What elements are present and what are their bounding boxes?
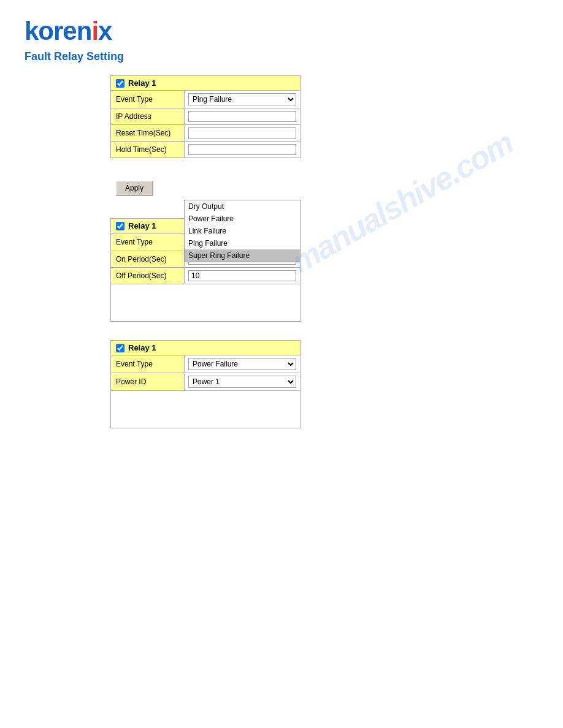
panel3-power-id-select[interactable]: Power 1 xyxy=(188,376,296,388)
panel1-header-label: Relay 1 xyxy=(128,78,156,88)
panel1-hold-value[interactable] xyxy=(185,142,300,157)
logo-dot: i xyxy=(91,17,98,45)
logo-area: korenix xyxy=(25,18,538,44)
panel3-event-type-label: Event Type xyxy=(111,355,185,373)
panel3-event-type-value[interactable]: Power Failure xyxy=(185,355,300,373)
logo-text: korenix xyxy=(25,18,538,44)
panel1-apply-area: Apply xyxy=(110,176,301,200)
panel3-event-type-select[interactable]: Power Failure xyxy=(188,358,296,370)
panel1-event-type-value[interactable]: Ping Failure xyxy=(185,91,300,108)
panels-container: Relay 1 Event Type Ping Failure IP Addre… xyxy=(110,75,538,428)
panel2-off-period-label: Off Period(Sec) xyxy=(111,268,185,284)
panel1: Relay 1 Event Type Ping Failure IP Addre… xyxy=(110,75,301,158)
panel3-header-label: Relay 1 xyxy=(128,343,156,352)
page-title: Fault Relay Setting xyxy=(25,50,538,63)
panel1-ip-input[interactable] xyxy=(188,111,296,122)
panel2-empty-area xyxy=(111,284,300,321)
dropdown-item-super-ring-failure[interactable]: Super Ring Failure xyxy=(185,249,300,262)
panel1-checkbox[interactable] xyxy=(116,79,124,88)
panel1-reset-label: Reset Time(Sec) xyxy=(111,125,185,141)
panel1-event-type-label: Event Type xyxy=(111,91,185,108)
dropdown-item-ping-failure[interactable]: Ping Failure xyxy=(185,237,300,249)
panel1-event-type-select[interactable]: Ping Failure xyxy=(188,93,296,105)
panel1-ip-row: IP Address xyxy=(111,108,300,125)
panel1-header: Relay 1 xyxy=(111,76,300,91)
panel3-power-id-label: Power ID xyxy=(111,373,185,390)
panel3-power-id-value[interactable]: Power 1 xyxy=(185,373,300,390)
panel2-off-period-row: Off Period(Sec) xyxy=(111,268,300,284)
panel1-reset-row: Reset Time(Sec) xyxy=(111,125,300,142)
panel3-event-type-row: Event Type Power Failure xyxy=(111,355,300,373)
panel2-checkbox[interactable] xyxy=(116,222,124,230)
panel1-hold-row: Hold Time(Sec) xyxy=(111,142,300,157)
panel2-off-period-input[interactable] xyxy=(188,270,296,281)
panel2-off-period-value[interactable] xyxy=(185,268,300,284)
panel1-reset-input[interactable] xyxy=(188,127,296,138)
panel3-checkbox[interactable] xyxy=(116,344,124,352)
dropdown-item-link-failure[interactable]: Link Failure xyxy=(185,225,300,237)
dropdown-item-power-failure[interactable]: Power Failure xyxy=(185,213,300,225)
panel2-on-period-label: On Period(Sec) xyxy=(111,251,185,267)
panel1-reset-value[interactable] xyxy=(185,125,300,141)
panel1-ip-value[interactable] xyxy=(185,108,300,124)
panel2-event-type-label: Event Type xyxy=(111,233,185,251)
panel1-hold-input[interactable] xyxy=(188,144,296,155)
panel1-container: Relay 1 Event Type Ping Failure IP Addre… xyxy=(110,75,301,200)
panel3-empty-area xyxy=(111,391,300,428)
panel3-header: Relay 1 xyxy=(111,341,300,355)
panel3-power-id-row: Power ID Power 1 xyxy=(111,373,300,391)
panel1-dropdown-list[interactable]: Dry Output Power Failure Link Failure Pi… xyxy=(184,200,301,262)
panel3: Relay 1 Event Type Power Failure Power I… xyxy=(110,340,301,428)
panel1-event-type-row: Event Type Ping Failure xyxy=(111,91,300,108)
panel1-ip-label: IP Address xyxy=(111,108,185,124)
dropdown-item-dry-output[interactable]: Dry Output xyxy=(185,200,300,213)
panel2-header-label: Relay 1 xyxy=(128,221,156,230)
panel1-hold-label: Hold Time(Sec) xyxy=(111,142,185,157)
apply-button[interactable]: Apply xyxy=(115,180,153,196)
